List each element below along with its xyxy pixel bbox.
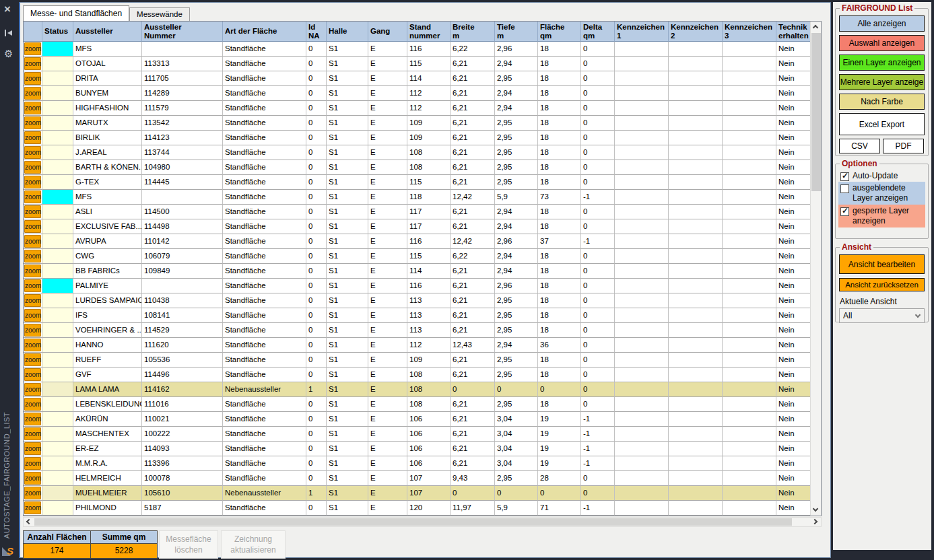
table-row[interactable]: zoomEXCLUSIVE FAB...114498Standfläche0S1… — [24, 219, 821, 234]
zoom-button[interactable]: zoom — [24, 42, 41, 55]
messeflaeche-loeschen-button[interactable]: Messefläche löschen — [159, 530, 218, 559]
table-row[interactable]: zoomBIRLIK114123Standfläche0S1E1096,212,… — [24, 131, 821, 145]
column-header-aussteller_nummer[interactable]: Aussteller Nummer — [142, 22, 223, 42]
table-row[interactable]: zoomMARUTX113542Standfläche0S1E1096,212,… — [24, 116, 821, 131]
table-row[interactable]: zoomHANNO111620Standfläche0S1E11212,432,… — [24, 338, 821, 353]
zeichnung-aktualisieren-button[interactable]: Zeichnung aktualisieren — [221, 530, 286, 559]
zoom-button[interactable]: zoom — [24, 427, 41, 440]
table-row[interactable]: zoomAVRUPA110142Standfläche0S1E11612,422… — [24, 234, 821, 249]
scroll-down-button[interactable] — [811, 505, 822, 516]
table-row[interactable]: zoomGVF114496Standfläche0S1E1086,212,951… — [24, 368, 821, 382]
table-row[interactable]: zoomHIGHFASHION111579Standfläche0S1E1126… — [24, 101, 821, 116]
tab-messe-und-standflaechen[interactable]: Messe- und Standflächen — [23, 5, 129, 21]
zoom-button[interactable]: zoom — [24, 161, 41, 174]
tab-messewaende[interactable]: Messewände — [129, 7, 190, 21]
zoom-button[interactable]: zoom — [24, 57, 41, 70]
table-row[interactable]: zoomAKÜRÜN110021Standfläche0S1E1066,213,… — [24, 412, 821, 427]
auto-update-checkbox[interactable] — [840, 172, 849, 181]
column-header-tiefe_m[interactable]: Tiefe m — [495, 22, 538, 42]
column-header-delta_qm[interactable]: Delta qm — [581, 22, 615, 42]
column-header-aussteller[interactable]: Aussteller — [73, 22, 142, 42]
table-row[interactable]: zoomLAMA LAMA114162Nebenaussteller1S1E10… — [24, 382, 821, 397]
gesperrte-layer-checkbox[interactable] — [840, 207, 849, 216]
table-row[interactable]: zoomG-TEX114445Standfläche0S1E1156,212,9… — [24, 175, 821, 190]
zoom-button[interactable]: zoom — [24, 220, 41, 233]
table-row[interactable]: zoomMUEHLMEIER105610Nebenaussteller1S1E1… — [24, 486, 821, 501]
zoom-button[interactable]: zoom — [24, 190, 41, 203]
zoom-button[interactable]: zoom — [24, 235, 41, 248]
nach-farbe-button[interactable]: Nach Farbe — [839, 94, 925, 110]
alle-anzeigen-button[interactable]: Alle anzeigen — [839, 15, 925, 32]
csv-button[interactable]: CSV — [839, 139, 880, 153]
zoom-button[interactable]: zoom — [24, 205, 41, 218]
zoom-button[interactable]: zoom — [24, 309, 41, 322]
zoom-button[interactable]: zoom — [24, 102, 41, 114]
zoom-button[interactable]: zoom — [24, 279, 41, 292]
table-row[interactable]: zoomASLI114500Standfläche0S1E1176,212,94… — [24, 205, 821, 219]
zoom-button[interactable]: zoom — [24, 353, 41, 366]
zoom-button[interactable]: zoom — [24, 457, 41, 470]
table-row[interactable]: zoomIFS108141Standfläche0S1E1136,212,951… — [24, 308, 821, 323]
table-row[interactable]: zoomMFSStandfläche0S1E1166,222,96180Nein — [24, 42, 821, 57]
zoom-button[interactable]: zoom — [24, 501, 41, 514]
column-header-flaeche_qm[interactable]: Fläche qm — [538, 22, 581, 42]
zoom-button[interactable]: zoom — [24, 87, 41, 100]
scroll-up-button[interactable] — [811, 22, 822, 32]
table-row[interactable]: zoomER-EZ114093Standfläche0S1E1066,213,0… — [24, 442, 821, 456]
table-row[interactable]: zoomBARTH & KÖNEN...104980Standfläche0S1… — [24, 160, 821, 175]
gear-icon[interactable]: ⚙ — [4, 48, 13, 59]
zoom-button[interactable]: zoom — [24, 398, 41, 411]
ansicht-bearbeiten-button[interactable]: Ansicht bearbeiten — [839, 254, 925, 274]
ansicht-dropdown[interactable]: All — [839, 308, 925, 323]
vertical-scrollbar[interactable] — [810, 22, 821, 516]
horizontal-scrollbar[interactable] — [23, 517, 822, 527]
column-header-zoom[interactable] — [24, 22, 42, 42]
zoom-button[interactable]: zoom — [24, 472, 41, 485]
table-row[interactable]: zoomOTOJAL113313Standfläche0S1E1156,212,… — [24, 57, 821, 71]
table-row[interactable]: zoomM.M.R.A.113396Standfläche0S1E1066,21… — [24, 456, 821, 471]
pdf-button[interactable]: PDF — [883, 139, 924, 153]
zoom-button[interactable]: zoom — [24, 487, 41, 499]
table-row[interactable]: zoomRUEFF105536Standfläche0S1E1096,212,9… — [24, 353, 821, 368]
zoom-button[interactable]: zoom — [24, 383, 41, 396]
zoom-button[interactable]: zoom — [24, 131, 41, 144]
table-row[interactable]: zoomCWG106079Standfläche0S1E1156,222,941… — [24, 249, 821, 264]
column-header-status[interactable]: Status — [42, 22, 73, 42]
table-row[interactable]: zoomPHILMOND5187Standfläche0S1E12011,975… — [24, 501, 821, 516]
table-row[interactable]: zoomJ.AREAL113744Standfläche0S1E1086,212… — [24, 145, 821, 160]
column-header-gang[interactable]: Gang — [368, 22, 407, 42]
auswahl-anzeigen-button[interactable]: Auswahl anzeigen — [839, 35, 925, 51]
table-row[interactable]: zoomHELMREICH100078Standfläche0S1E1079,4… — [24, 471, 821, 486]
zoom-button[interactable]: zoom — [24, 413, 41, 425]
zoom-button[interactable]: zoom — [24, 368, 41, 381]
column-header-standnummer[interactable]: Stand nummer — [407, 22, 451, 42]
table-row[interactable]: zoomLEBENSKLEIDUNG111016Standfläche0S1E1… — [24, 397, 821, 412]
zoom-button[interactable]: zoom — [24, 146, 41, 159]
ausgeblendete-layer-checkbox[interactable] — [840, 184, 849, 193]
zoom-button[interactable]: zoom — [24, 116, 41, 129]
table-row[interactable]: zoomDRITA111705Standfläche0S1E1146,212,9… — [24, 71, 821, 86]
zoom-button[interactable]: zoom — [24, 339, 41, 351]
column-header-kennzeichen_1[interactable]: Kennzeichen 1 — [615, 22, 669, 42]
zoom-button[interactable]: zoom — [24, 294, 41, 307]
scroll-right-button[interactable] — [811, 518, 821, 526]
horizontal-scroll-thumb[interactable] — [34, 518, 792, 526]
table-row[interactable]: zoomBUNYEM114289Standfläche0S1E1126,212,… — [24, 86, 821, 101]
column-header-id_na[interactable]: Id NA — [306, 22, 327, 42]
table-row[interactable]: zoomBB FABRICs109849Standfläche0S1E1146,… — [24, 264, 821, 279]
zoom-button[interactable]: zoom — [24, 265, 41, 277]
table-row[interactable]: zoomMASCHENTEX100222Standfläche0S1E1066,… — [24, 427, 821, 442]
zoom-button[interactable]: zoom — [24, 324, 41, 337]
zoom-button[interactable]: zoom — [24, 72, 41, 85]
zoom-button[interactable]: zoom — [24, 250, 41, 262]
column-header-kennzeichen_2[interactable]: Kennzeichen 2 — [669, 22, 723, 42]
column-header-art_der_flaeche[interactable]: Art der Fläche — [223, 22, 306, 42]
scroll-left-button[interactable] — [24, 518, 34, 526]
zoom-button[interactable]: zoom — [24, 442, 41, 455]
ansicht-zuruecksetzen-button[interactable]: Ansicht zurücksetzen — [839, 278, 925, 291]
column-header-halle[interactable]: Halle — [327, 22, 368, 42]
table-row[interactable]: zoomVOEHRINGER & ...114529Standfläche0S1… — [24, 323, 821, 338]
mehrere-layer-anzeige-button[interactable]: Mehrere Layer anzeige — [839, 74, 925, 90]
table-row[interactable]: zoomPALMIYEStandfläche0S1E1166,212,96180… — [24, 279, 821, 293]
excel-export-button[interactable]: Excel Export — [839, 113, 925, 135]
